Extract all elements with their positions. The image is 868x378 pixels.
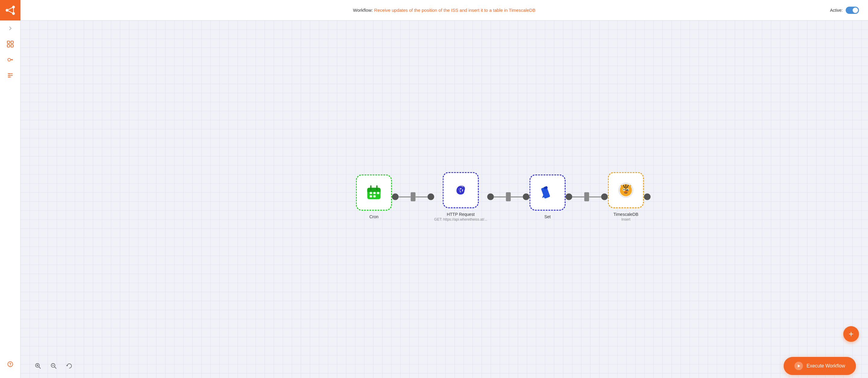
sidebar-item-executions[interactable] bbox=[0, 67, 21, 83]
header: Workflow: Receive updates of the positio… bbox=[21, 0, 434, 21]
svg-rect-9 bbox=[11, 44, 13, 47]
svg-point-16 bbox=[8, 76, 10, 78]
svg-rect-20 bbox=[367, 188, 381, 189]
svg-point-15 bbox=[8, 75, 10, 76]
svg-rect-6 bbox=[7, 41, 10, 43]
cron-node-box[interactable] bbox=[356, 175, 392, 189]
sidebar-item-workflows[interactable] bbox=[0, 36, 21, 52]
sidebar-toggle[interactable] bbox=[0, 24, 21, 33]
svg-rect-7 bbox=[11, 41, 13, 43]
svg-line-3 bbox=[7, 7, 13, 10]
workflow-title: Workflow: Receive updates of the positio… bbox=[353, 7, 434, 13]
cron-icon bbox=[366, 184, 382, 189]
svg-line-4 bbox=[7, 10, 13, 13]
app-logo[interactable] bbox=[0, 0, 21, 21]
cron-node[interactable]: Cron bbox=[356, 175, 392, 189]
sidebar: ? bbox=[0, 0, 21, 189]
workflow-canvas: Cron @ HTTP Request GET: h bbox=[21, 21, 434, 189]
workflow-nodes: Cron @ HTTP Request GET: h bbox=[356, 172, 434, 189]
svg-rect-8 bbox=[7, 44, 10, 47]
sidebar-item-credentials[interactable] bbox=[0, 52, 21, 67]
svg-point-14 bbox=[8, 73, 10, 74]
svg-point-10 bbox=[7, 58, 10, 61]
